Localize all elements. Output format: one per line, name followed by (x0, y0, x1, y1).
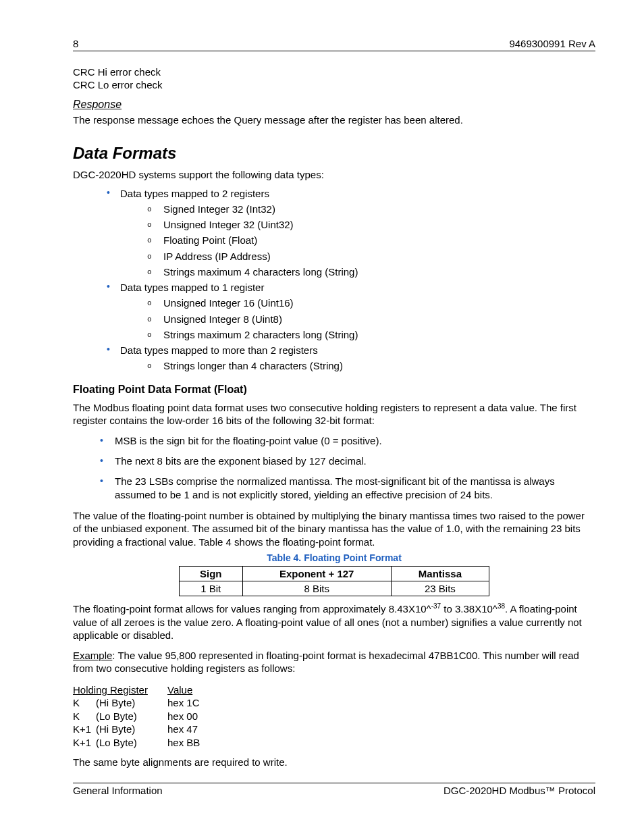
float-format-heading: Floating Point Data Format (Float) (73, 384, 595, 396)
reg-key: K (73, 710, 96, 723)
float-format-table: Sign Exponent + 127 Mantissa 1 Bit 8 Bit… (179, 566, 489, 596)
reg-header-col1: Holding Register (73, 683, 167, 697)
float-p2: The value of the floating-point number i… (73, 509, 595, 549)
text-run: to 3.38X10^ (441, 603, 498, 615)
float-p4: The same byte alignments are required to… (73, 756, 595, 769)
response-heading: Response (73, 99, 595, 111)
footer-left: General Information (73, 785, 163, 796)
crc-hi-line: CRC Hi error check (73, 66, 595, 79)
crc-lo-line: CRC Lo error check (73, 79, 595, 92)
reg-row: K(Lo Byte) hex 00 (73, 710, 595, 723)
reg-key: K+1 (73, 736, 96, 750)
list-item: Data types mapped to 1 register Unsigned… (107, 280, 595, 342)
list-item: Data types mapped to more than 2 registe… (107, 342, 595, 374)
footer-right: DGC-2020HD Modbus™ Protocol (444, 785, 595, 796)
page-header: 8 9469300991 Rev A (73, 38, 595, 51)
reg-byte: (Lo Byte) (96, 737, 137, 748)
page-number: 8 (73, 38, 78, 49)
data-types-list: Data types mapped to 2 registers Signed … (73, 186, 595, 374)
list-subitem: IP Address (IP Address) (147, 249, 595, 264)
list-item-label: Data types mapped to more than 2 registe… (120, 344, 318, 356)
list-subitem: Strings longer than 4 characters (String… (147, 358, 595, 373)
reg-row: K+1(Hi Byte) hex 47 (73, 723, 595, 736)
reg-byte: (Hi Byte) (96, 723, 135, 735)
float-p3: The floating-point format allows for val… (73, 602, 595, 642)
example-paragraph: Example: The value 95,800 represented in… (73, 649, 595, 675)
text-run: The floating-point format allows for val… (73, 603, 431, 615)
reg-value: hex 00 (167, 710, 221, 723)
list-item: Data types mapped to 2 registers Signed … (107, 186, 595, 280)
reg-byte: (Lo Byte) (96, 710, 137, 722)
table-cell: 8 Bits (242, 581, 391, 596)
list-item: The 23 LSBs comprise the normalized mant… (100, 475, 595, 502)
list-subitem: Strings maximum 4 characters long (Strin… (147, 264, 595, 280)
table-caption: Table 4. Floating Point Format (73, 552, 595, 563)
table-cell: 23 Bits (391, 581, 489, 596)
float-p1: The Modbus floating point data format us… (73, 401, 595, 427)
example-label: Example (73, 650, 112, 661)
list-item: MSB is the sign bit for the floating-poi… (100, 434, 595, 448)
reg-row: K(Hi Byte) hex 1C (73, 696, 595, 710)
reg-value: hex 1C (167, 696, 221, 710)
page-footer: General Information DGC-2020HD Modbus™ P… (73, 783, 595, 796)
list-subitem: Unsigned Integer 32 (Uint32) (147, 217, 595, 232)
superscript: -37 (431, 602, 441, 610)
list-subitem: Signed Integer 32 (Int32) (147, 201, 595, 217)
list-subitem: Unsigned Integer 16 (Uint16) (147, 295, 595, 311)
reg-key: K+1 (73, 723, 96, 736)
reg-value: hex 47 (167, 723, 221, 736)
list-item-label: Data types mapped to 1 register (120, 282, 264, 293)
table-header: Exponent + 127 (242, 567, 391, 581)
superscript: 38 (498, 602, 505, 610)
table-header: Sign (180, 567, 243, 581)
list-item-label: Data types mapped to 2 registers (120, 188, 269, 199)
data-formats-intro: DGC-2020HD systems support the following… (73, 168, 595, 182)
crc-lines: CRC Hi error check CRC Lo error check (73, 66, 595, 92)
example-text: : The value 95,800 represented in floati… (73, 650, 579, 675)
reg-key: K (73, 696, 96, 710)
data-formats-heading: Data Formats (73, 144, 595, 163)
doc-revision: 9469300991 Rev A (509, 38, 595, 49)
reg-header-col2: Value (167, 683, 221, 697)
table-cell: 1 Bit (180, 581, 243, 596)
float-bullets: MSB is the sign bit for the floating-poi… (73, 434, 595, 502)
reg-row: K+1(Lo Byte) hex BB (73, 736, 595, 750)
response-text: The response message echoes the Query me… (73, 113, 595, 127)
list-subitem: Strings maximum 2 characters long (Strin… (147, 327, 595, 342)
reg-value: hex BB (167, 736, 221, 750)
list-subitem: Floating Point (Float) (147, 232, 595, 248)
list-subitem: Unsigned Integer 8 (Uint8) (147, 311, 595, 327)
table-header: Mantissa (391, 567, 489, 581)
list-item: The next 8 bits are the exponent biased … (100, 454, 595, 468)
reg-byte: (Hi Byte) (96, 697, 135, 708)
holding-register-block: Holding Register Value K(Hi Byte) hex 1C… (73, 683, 595, 750)
